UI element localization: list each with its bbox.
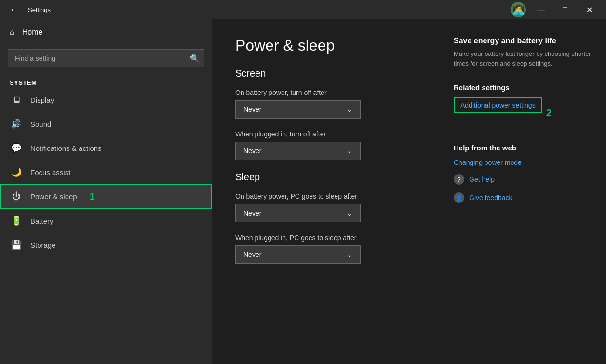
search-button[interactable]: 🔍: [190, 54, 200, 63]
sidebar-item-label: Sound: [30, 120, 51, 128]
additional-power-link[interactable]: Additional power settings: [454, 97, 542, 113]
changing-power-mode-link[interactable]: Changing power mode: [454, 159, 594, 166]
title-bar: ← Settings 🧑‍💻 — □ ✕: [0, 0, 606, 19]
app-body: ⌂ Home 🔍 System 🖥 Display 🔊 Sound 💬 Noti…: [0, 19, 606, 364]
sidebar-item-power-sleep[interactable]: ⏻ Power & sleep 1: [0, 184, 212, 209]
get-help-label: Get help: [469, 175, 495, 183]
sidebar-section-label: System: [0, 75, 212, 88]
search-box: 🔍: [8, 49, 204, 67]
close-button[interactable]: ✕: [578, 0, 600, 19]
sidebar-item-display[interactable]: 🖥 Display: [0, 88, 212, 112]
window-title: Settings: [28, 6, 51, 13]
screen-plugged-label: When plugged in, turn off after: [235, 130, 419, 138]
give-feedback-label: Give feedback: [469, 194, 512, 202]
sleep-battery-dropdown[interactable]: Never ⌄: [235, 204, 361, 222]
screen-section-title: Screen: [235, 68, 419, 79]
related-settings-title: Related settings: [454, 83, 594, 92]
sidebar-item-label: Notifications & actions: [30, 144, 102, 152]
search-input[interactable]: [8, 49, 204, 67]
battery-icon: 🔋: [11, 216, 22, 226]
back-button[interactable]: ←: [6, 3, 22, 17]
get-help-icon: ?: [454, 174, 464, 185]
sidebar-item-label: Power & sleep: [30, 192, 77, 201]
sleep-section: Sleep On battery power, PC goes to sleep…: [235, 172, 419, 264]
sidebar-item-focus-assist[interactable]: 🌙 Focus assist: [0, 160, 212, 184]
content-area: Power & sleep Screen On battery power, t…: [212, 19, 606, 364]
chevron-down-icon: ⌄: [347, 251, 352, 258]
changing-power-mode-label: Changing power mode: [454, 159, 522, 166]
page-title: Power & sleep: [235, 37, 419, 54]
focus-assist-icon: 🌙: [11, 167, 22, 177]
sleep-battery-label: On battery power, PC goes to sleep after: [235, 192, 419, 200]
sidebar-item-label: Display: [30, 96, 54, 104]
sidebar-item-sound[interactable]: 🔊 Sound: [0, 112, 212, 136]
screen-battery-value: Never: [243, 106, 261, 113]
chevron-down-icon: ⌄: [347, 147, 352, 155]
screen-plugged-value: Never: [243, 147, 261, 155]
save-energy-desc: Make your battery last longer by choosin…: [454, 49, 594, 68]
screen-section: Screen On battery power, turn off after …: [235, 68, 419, 160]
sidebar-item-home[interactable]: ⌂ Home: [0, 19, 212, 45]
sleep-plugged-label: When plugged in, PC goes to sleep after: [235, 234, 419, 242]
help-from-web-title: Help from the web: [454, 144, 594, 152]
sleep-plugged-dropdown[interactable]: Never ⌄: [235, 245, 361, 264]
sidebar-item-notifications[interactable]: 💬 Notifications & actions: [0, 136, 212, 160]
right-panel: Save energy and battery life Make your b…: [442, 19, 606, 364]
sleep-section-title: Sleep: [235, 172, 419, 183]
notifications-icon: 💬: [11, 143, 22, 153]
sidebar-home-label: Home: [22, 28, 43, 37]
sound-icon: 🔊: [11, 119, 22, 129]
avatar[interactable]: 🧑‍💻: [511, 2, 526, 17]
screen-battery-label: On battery power, turn off after: [235, 89, 419, 96]
main-panel: Power & sleep Screen On battery power, t…: [212, 19, 442, 364]
window-controls: — □ ✕: [530, 0, 600, 19]
display-icon: 🖥: [11, 95, 22, 105]
give-feedback-icon: 👤: [454, 192, 464, 203]
sidebar: ⌂ Home 🔍 System 🖥 Display 🔊 Sound 💬 Noti…: [0, 19, 212, 364]
related-settings-block: Related settings Additional power settin…: [454, 83, 594, 128]
sleep-battery-value: Never: [243, 209, 261, 217]
sidebar-item-storage[interactable]: 💾 Storage: [0, 233, 212, 257]
sleep-plugged-value: Never: [243, 251, 261, 258]
save-energy-title: Save energy and battery life: [454, 37, 594, 45]
additional-power-annotation: 2: [546, 108, 552, 119]
power-icon: ⏻: [11, 191, 22, 202]
title-bar-left: ← Settings: [6, 3, 51, 17]
home-icon: ⌂: [10, 28, 14, 37]
chevron-down-icon: ⌄: [347, 209, 352, 217]
storage-icon: 💾: [11, 240, 22, 250]
help-from-web-block: Help from the web Changing power mode ? …: [454, 144, 594, 203]
chevron-down-icon: ⌄: [347, 106, 352, 113]
sidebar-item-label: Storage: [30, 241, 56, 249]
minimize-button[interactable]: —: [530, 0, 552, 19]
maximize-button[interactable]: □: [554, 0, 576, 19]
sidebar-item-battery[interactable]: 🔋 Battery: [0, 209, 212, 233]
save-energy-block: Save energy and battery life Make your b…: [454, 37, 594, 68]
sidebar-item-label: Focus assist: [30, 168, 70, 176]
sidebar-item-label: Battery: [30, 217, 54, 225]
get-help-link[interactable]: ? Get help: [454, 174, 594, 185]
screen-plugged-dropdown[interactable]: Never ⌄: [235, 142, 361, 160]
power-sleep-annotation: 1: [90, 191, 95, 202]
give-feedback-link[interactable]: 👤 Give feedback: [454, 192, 594, 203]
screen-battery-dropdown[interactable]: Never ⌄: [235, 100, 361, 119]
